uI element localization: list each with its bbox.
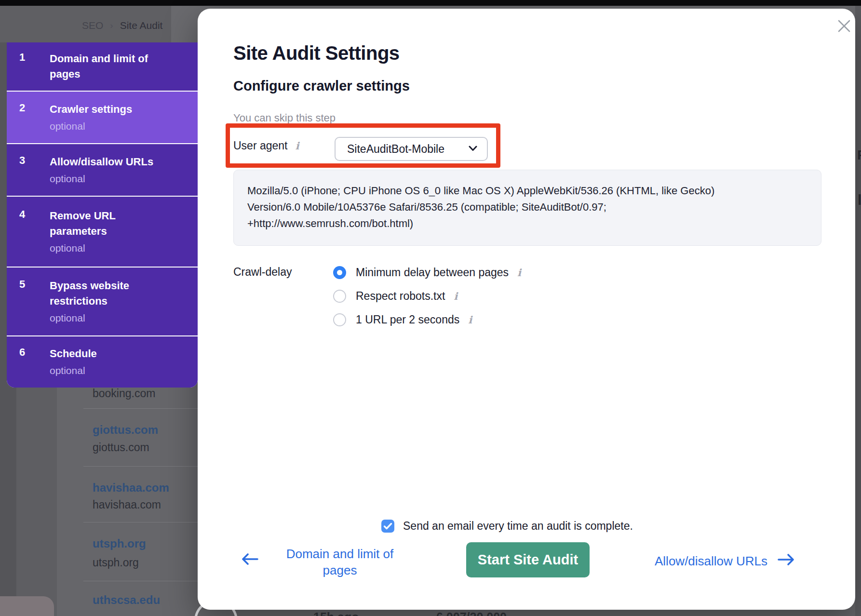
step-title: Domain and limit of pages	[50, 51, 165, 82]
dimmed-panel	[0, 596, 54, 616]
wizard-stepper: 1 Domain and limit of pages 2 Crawler se…	[7, 42, 198, 388]
step-optional-label: optional	[50, 119, 132, 134]
row-divider	[83, 581, 198, 581]
step-title: Allow/disallow URLs	[50, 154, 153, 170]
email-checkbox-row: Send an email every time an audit is com…	[381, 520, 633, 533]
stepper-item-remove-params[interactable]: 4 Remove URL parameters optional	[7, 197, 198, 267]
step-title: Remove URL parameters	[50, 208, 165, 239]
step-optional-label: optional	[50, 311, 165, 325]
info-icon[interactable]: i	[454, 290, 457, 302]
project-row-link[interactable]: utsph.org	[93, 537, 146, 550]
step-number: 4	[19, 208, 50, 221]
checkbox-checked[interactable]	[381, 520, 394, 533]
close-icon[interactable]	[834, 16, 854, 36]
step-title: Bypass website restrictions	[50, 278, 165, 309]
radio-option-min-delay: Minimum delay between pages i	[333, 266, 521, 279]
breadcrumb: SEO › Site Audit	[82, 19, 162, 32]
step-number: 6	[19, 346, 50, 359]
section-heading: Configure crawler settings	[233, 78, 410, 94]
modal-title: Site Audit Settings	[233, 42, 400, 64]
project-row-domain: utsph.org	[93, 556, 139, 569]
stepper-item-crawler-settings[interactable]: 2 Crawler settings optional	[7, 92, 198, 143]
project-row-domain: booking.com	[93, 387, 155, 400]
user-agent-string-line: Version/6.0 Mobile/10A5376e Safari/8536.…	[247, 199, 807, 215]
next-step-label: Allow/disallow URLs	[655, 554, 767, 569]
stepper-item-domain-limit[interactable]: 1 Domain and limit of pages	[7, 42, 198, 91]
project-row-link[interactable]: havishaa.com	[93, 481, 169, 495]
user-agent-row: User agent i	[233, 128, 299, 163]
row-divider	[83, 522, 198, 522]
clipped-edge-letter: l	[858, 192, 861, 208]
next-step-link[interactable]: Allow/disallow URLs	[655, 553, 795, 569]
info-icon[interactable]: i	[468, 314, 472, 326]
user-agent-string-line: Mozilla/5.0 (iPhone; CPU iPhone OS 6_0 l…	[247, 183, 807, 199]
breadcrumb-section[interactable]: SEO	[82, 20, 103, 31]
step-number: 1	[19, 51, 50, 64]
user-agent-string-box: Mozilla/5.0 (iPhone; CPU iPhone OS 6_0 l…	[233, 170, 821, 246]
info-icon[interactable]: i	[517, 267, 521, 279]
arrow-right-icon	[777, 553, 795, 569]
crawl-delay-label: Crawl-delay	[233, 266, 292, 279]
project-row-link[interactable]: uthscsa.edu	[93, 593, 160, 607]
crawled-pages-count: 6,007/20,000	[436, 610, 507, 616]
arrow-left-icon[interactable]	[240, 552, 259, 568]
radio-option-respect-robots: Respect robots.txt i	[333, 289, 457, 303]
dimmed-page-edge	[855, 6, 861, 616]
user-agent-selected-value: SiteAuditBot-Mobile	[347, 143, 444, 156]
step-optional-label: optional	[50, 172, 153, 186]
radio-label[interactable]: Respect robots.txt	[356, 290, 445, 303]
breadcrumb-current[interactable]: Site Audit	[120, 20, 163, 31]
project-row-domain: giottus.com	[93, 441, 149, 454]
stepper-item-schedule[interactable]: 6 Schedule optional	[7, 336, 198, 388]
radio-button[interactable]	[333, 290, 346, 303]
user-agent-select[interactable]: SiteAuditBot-Mobile	[335, 137, 488, 161]
user-agent-label: User agent	[233, 139, 288, 152]
clipped-edge-letter: P	[857, 147, 861, 163]
stepper-item-bypass-restrictions[interactable]: 5 Bypass website restrictions optional	[7, 268, 198, 335]
project-row-domain: havishaa.com	[93, 498, 161, 511]
radio-label[interactable]: Minimum delay between pages	[356, 266, 509, 279]
radio-button-selected[interactable]	[333, 266, 346, 279]
audit-age: 15h ago	[313, 610, 359, 616]
step-optional-label: optional	[50, 363, 97, 378]
info-icon[interactable]: i	[296, 140, 299, 152]
chevron-down-icon	[469, 145, 477, 153]
radio-option-one-url-per-2s: 1 URL per 2 seconds i	[333, 313, 472, 326]
section-note: You can skip this step	[233, 112, 336, 124]
stepper-item-allow-disallow[interactable]: 3 Allow/disallow URLs optional	[7, 144, 198, 196]
radio-label[interactable]: 1 URL per 2 seconds	[356, 313, 459, 326]
radio-button[interactable]	[333, 313, 346, 326]
step-number: 5	[19, 278, 50, 291]
row-divider	[83, 466, 198, 467]
step-number: 2	[19, 102, 50, 114]
step-title: Crawler settings	[50, 102, 132, 117]
breadcrumb-separator-icon: ›	[110, 20, 113, 31]
user-agent-string-line: +http://www.semrush.com/bot.html)	[247, 215, 807, 232]
step-title: Schedule	[50, 346, 97, 362]
start-site-audit-button[interactable]: Start Site Audit	[466, 542, 590, 577]
browser-top-bar	[0, 0, 861, 6]
step-number: 3	[19, 154, 50, 167]
step-optional-label: optional	[50, 241, 165, 255]
row-divider	[83, 408, 198, 409]
back-step-link[interactable]: Domain and limit of pages	[270, 546, 410, 578]
screen: SEO › Site Audit booking.com giottus.com…	[0, 0, 861, 616]
project-row-link[interactable]: giottus.com	[93, 423, 158, 437]
email-checkbox-label[interactable]: Send an email every time an audit is com…	[403, 520, 633, 533]
